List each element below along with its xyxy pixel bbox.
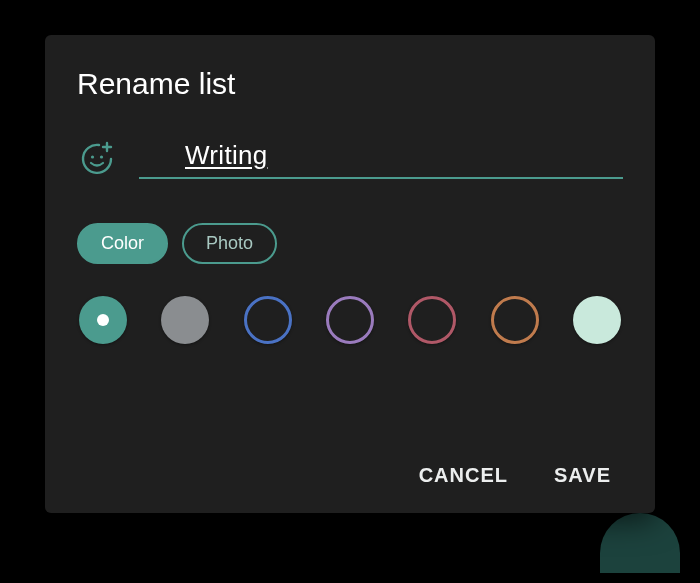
rename-list-dialog: Rename list Color Photo CANCEL SAVE <box>45 35 655 513</box>
add-emoji-button[interactable] <box>77 139 117 179</box>
background-accent <box>600 513 680 573</box>
tab-photo[interactable]: Photo <box>182 223 277 264</box>
save-button[interactable]: SAVE <box>550 458 615 493</box>
name-input-row <box>77 139 623 179</box>
svg-point-1 <box>100 155 103 158</box>
color-swatch-pink[interactable] <box>408 296 456 344</box>
color-swatch-gray[interactable] <box>161 296 209 344</box>
name-field-wrap <box>139 139 623 179</box>
color-swatch-purple[interactable] <box>326 296 374 344</box>
background-type-tabs: Color Photo <box>77 223 623 264</box>
dialog-title: Rename list <box>77 67 623 101</box>
color-swatch-mint[interactable] <box>573 296 621 344</box>
color-swatch-blue[interactable] <box>244 296 292 344</box>
color-swatch-teal[interactable] <box>79 296 127 344</box>
tab-color[interactable]: Color <box>77 223 168 264</box>
memo-icon <box>139 139 171 171</box>
svg-point-0 <box>91 155 94 158</box>
smiley-plus-icon <box>79 141 115 177</box>
list-name-input[interactable] <box>185 140 623 171</box>
cancel-button[interactable]: CANCEL <box>415 458 512 493</box>
color-swatch-orange[interactable] <box>491 296 539 344</box>
color-swatch-row <box>77 296 623 344</box>
dialog-actions: CANCEL SAVE <box>77 452 623 493</box>
